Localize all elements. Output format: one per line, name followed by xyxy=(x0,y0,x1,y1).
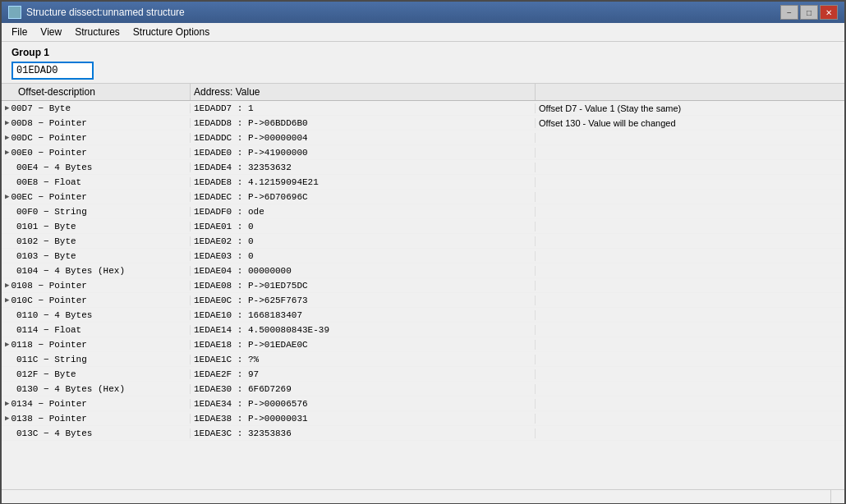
table-row[interactable]: 0114 − Float 1EDAE14 : 4.500080843E-39 xyxy=(2,323,844,337)
cell-address: 1EDADE8 : 4.12159094E21 xyxy=(191,177,536,187)
expand-arrow-icon[interactable]: ▶ xyxy=(5,399,9,408)
cell-offset: 0104 − 4 Bytes (Hex) xyxy=(2,266,191,276)
expand-arrow-icon[interactable]: ▶ xyxy=(5,103,9,112)
table-row[interactable]: ▶ 010C − Pointer 1EDAE0C : P->625F7673 xyxy=(2,293,844,308)
offset-text: 0114 − Float xyxy=(16,325,81,335)
expand-arrow-icon[interactable]: ▶ xyxy=(5,118,9,127)
offset-text: 0104 − 4 Bytes (Hex) xyxy=(16,266,125,276)
cell-notes: Offset D7 - Value 1 (Stay the same) xyxy=(536,103,844,113)
table-row[interactable]: 0102 − Byte 1EDAE02 : 0 xyxy=(2,234,844,249)
offset-text: 00E8 − Float xyxy=(16,177,81,187)
table-row[interactable]: 0110 − 4 Bytes 1EDAE10 : 1668183407 xyxy=(2,308,844,323)
bottom-bar xyxy=(2,489,844,502)
offset-text: 012F − Byte xyxy=(16,369,76,379)
offset-text: 0138 − Pointer xyxy=(11,414,86,424)
cell-offset: 0103 − Byte xyxy=(2,251,191,261)
address-input[interactable] xyxy=(11,62,94,80)
group-label: Group 1 xyxy=(2,42,844,60)
table-row[interactable]: ▶ 0138 − Pointer 1EDAE38 : P->00000031 xyxy=(2,411,844,426)
offset-text: 00D8 − Pointer xyxy=(11,118,86,128)
cell-address: 1EDAE02 : 0 xyxy=(191,236,536,246)
expand-arrow-icon[interactable]: ▶ xyxy=(5,296,9,305)
expand-arrow-icon[interactable]: ▶ xyxy=(5,414,9,423)
expand-arrow-icon[interactable]: ▶ xyxy=(5,281,9,290)
menu-file[interactable]: File xyxy=(5,25,34,39)
cell-address: 1EDAE04 : 00000000 xyxy=(191,266,536,276)
table-row[interactable]: 0103 − Byte 1EDAE03 : 0 xyxy=(2,249,844,263)
cell-offset: 0130 − 4 Bytes (Hex) xyxy=(2,384,191,394)
offset-text: 0118 − Pointer xyxy=(11,340,86,350)
table-row[interactable]: ▶ 00DC − Pointer 1EDADDC : P->00000004 xyxy=(2,131,844,145)
cell-address: 1EDAE38 : P->00000031 xyxy=(191,414,536,424)
table-body[interactable]: ▶ 00D7 − Byte 1EDADD7 : 1 Offset D7 - Va… xyxy=(2,101,844,489)
address-input-container xyxy=(2,60,844,83)
minimize-button[interactable]: − xyxy=(780,5,798,20)
table-row[interactable]: 013C − 4 Bytes 1EDAE3C : 32353836 xyxy=(2,426,844,441)
cell-offset: 0101 − Byte xyxy=(2,222,191,231)
offset-text: 0134 − Pointer xyxy=(11,399,86,409)
cell-offset: ▶ 010C − Pointer xyxy=(2,296,191,305)
table-row[interactable]: ▶ 0108 − Pointer 1EDAE08 : P->01ED75DC xyxy=(2,278,844,293)
cell-address: 1EDADE0 : P->41900000 xyxy=(191,148,536,158)
menu-structures[interactable]: Structures xyxy=(68,25,126,39)
cell-offset: ▶ 00D8 − Pointer xyxy=(2,118,191,128)
expand-arrow-icon[interactable]: ▶ xyxy=(5,192,9,201)
cell-notes: Offset 130 - Value will be changed xyxy=(536,118,844,128)
scroll-corner xyxy=(831,490,844,503)
cell-offset: 011C − String xyxy=(2,355,191,364)
table-row[interactable]: ▶ 00D8 − Pointer 1EDADD8 : P->06BDD6B0 O… xyxy=(2,116,844,131)
cell-address: 1EDAE08 : P->01ED75DC xyxy=(191,281,536,291)
offset-text: 00DC − Pointer xyxy=(11,133,86,143)
cell-offset: 00F0 − String xyxy=(2,207,191,217)
table-row[interactable]: 00E4 − 4 Bytes 1EDADE4 : 32353632 xyxy=(2,160,844,175)
cell-offset: 00E8 − Float xyxy=(2,177,191,187)
horizontal-scrollbar[interactable] xyxy=(2,490,831,503)
table-row[interactable]: 012F − Byte 1EDAE2F : 97 xyxy=(2,367,844,382)
cell-offset: ▶ 0134 − Pointer xyxy=(2,399,191,409)
table-row[interactable]: ▶ 0118 − Pointer 1EDAE18 : P->01EDAE0C xyxy=(2,337,844,352)
offset-text: 010C − Pointer xyxy=(11,296,86,305)
table-row[interactable]: ▶ 00E0 − Pointer 1EDADE0 : P->41900000 xyxy=(2,145,844,160)
cell-address: 1EDAE1C : ?% xyxy=(191,355,536,364)
table-row[interactable]: 0130 − 4 Bytes (Hex) 1EDAE30 : 6F6D7269 xyxy=(2,382,844,396)
cell-offset: ▶ 00D7 − Byte xyxy=(2,103,191,113)
table-container: Offset-description Address: Value ▶ 00D7… xyxy=(2,83,844,489)
offset-text: 0108 − Pointer xyxy=(11,281,86,291)
table-row[interactable]: ▶ 00D7 − Byte 1EDADD7 : 1 Offset D7 - Va… xyxy=(2,101,844,116)
expand-arrow-icon[interactable]: ▶ xyxy=(5,133,9,142)
menu-structure-options[interactable]: Structure Options xyxy=(126,25,216,39)
table-row[interactable]: 00F0 − String 1EDADF0 : ode xyxy=(2,204,844,219)
close-button[interactable]: ✕ xyxy=(820,5,838,20)
cell-offset: 012F − Byte xyxy=(2,369,191,379)
offset-text: 0110 − 4 Bytes xyxy=(16,310,92,320)
table-row[interactable]: ▶ 00EC − Pointer 1EDADEC : P->6D70696C xyxy=(2,190,844,204)
cell-address: 1EDAE2F : 97 xyxy=(191,369,536,379)
maximize-button[interactable]: □ xyxy=(800,5,818,20)
title-bar-left: Structure dissect:unnamed structure xyxy=(8,6,185,19)
offset-text: 0102 − Byte xyxy=(16,236,76,246)
table-header: Offset-description Address: Value xyxy=(2,84,844,101)
cell-address: 1EDAE3C : 32353836 xyxy=(191,428,536,438)
table-row[interactable]: 0101 − Byte 1EDAE01 : 0 xyxy=(2,219,844,234)
expand-arrow-icon[interactable]: ▶ xyxy=(5,148,9,157)
cell-offset: ▶ 00DC − Pointer xyxy=(2,133,191,143)
table-row[interactable]: ▶ 0134 − Pointer 1EDAE34 : P->00006576 xyxy=(2,396,844,411)
expand-arrow-icon[interactable]: ▶ xyxy=(5,340,9,349)
offset-text: 011C − String xyxy=(16,355,87,364)
cell-address: 1EDAE14 : 4.500080843E-39 xyxy=(191,325,536,335)
col-offset-header: Offset-description xyxy=(2,84,191,100)
menu-view[interactable]: View xyxy=(34,25,68,39)
cell-offset: ▶ 0138 − Pointer xyxy=(2,414,191,424)
table-row[interactable]: 011C − String 1EDAE1C : ?% xyxy=(2,352,844,367)
table-row[interactable]: 00E8 − Float 1EDADE8 : 4.12159094E21 xyxy=(2,175,844,190)
cell-offset: ▶ 00E0 − Pointer xyxy=(2,148,191,158)
offset-text: 0103 − Byte xyxy=(16,251,76,261)
title-bar-controls: − □ ✕ xyxy=(780,5,838,20)
cell-address: 1EDAE30 : 6F6D7269 xyxy=(191,384,536,394)
cell-offset: ▶ 0118 − Pointer xyxy=(2,340,191,350)
cell-offset: ▶ 0108 − Pointer xyxy=(2,281,191,291)
table-row[interactable]: 0104 − 4 Bytes (Hex) 1EDAE04 : 00000000 xyxy=(2,263,844,278)
cell-address: 1EDADD7 : 1 xyxy=(191,103,536,113)
offset-text: 00F0 − String xyxy=(16,207,87,217)
offset-text: 00D7 − Byte xyxy=(11,103,71,113)
